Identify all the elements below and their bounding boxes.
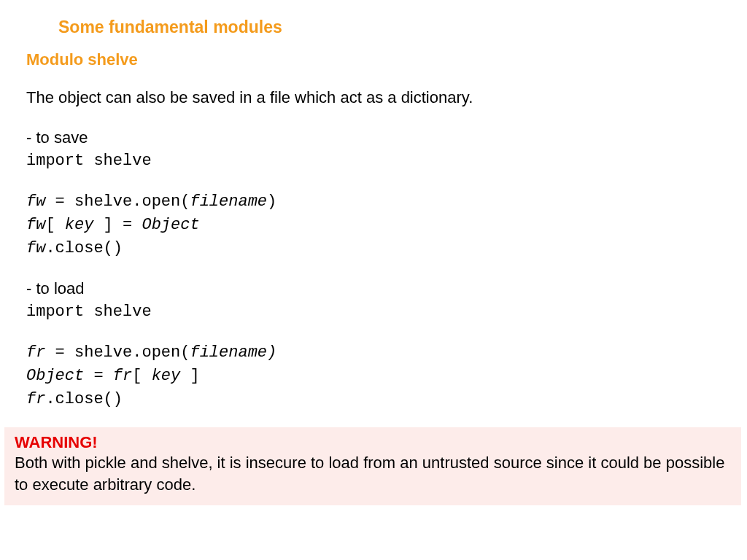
save-label: - to save <box>26 126 747 149</box>
save-assign: fw[ key ] = Object <box>26 214 747 237</box>
load-label: - to load <box>26 277 747 300</box>
body-content: - to save import shelve fw = shelve.open… <box>26 126 747 411</box>
warning-text: Both with pickle and shelve, it is insec… <box>15 452 731 495</box>
save-import: import shelve <box>26 149 747 173</box>
section-title: Modulo shelve <box>26 50 747 69</box>
save-open: fw = shelve.open(filename) <box>26 190 747 214</box>
page-title: Some fundamental modules <box>58 18 747 37</box>
save-close: fw.close() <box>26 237 747 260</box>
intro-text: The object can also be saved in a file w… <box>26 88 747 107</box>
load-open: fr = shelve.open(filename) <box>26 341 747 365</box>
warning-box: WARNING! Both with pickle and shelve, it… <box>4 427 741 505</box>
load-close: fr.close() <box>26 388 747 411</box>
load-assign: Object = fr[ key ] <box>26 365 747 388</box>
load-import: import shelve <box>26 300 747 324</box>
warning-label: WARNING! <box>15 433 731 452</box>
